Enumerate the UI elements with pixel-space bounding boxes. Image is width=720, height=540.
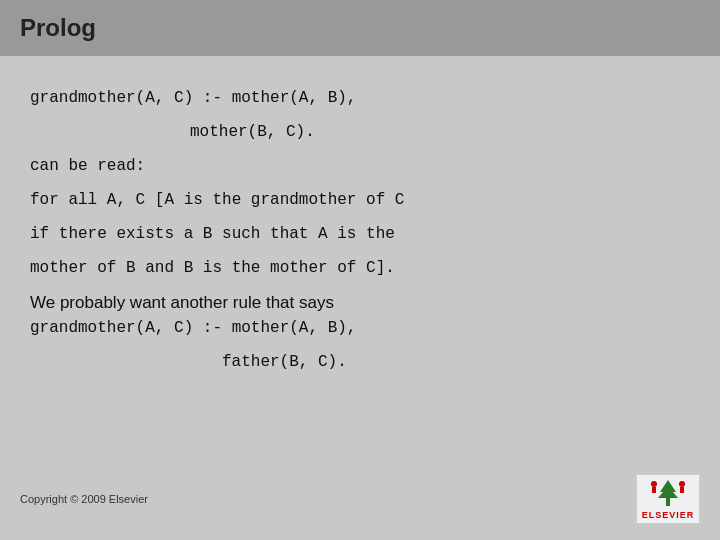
elsevier-logo: ELSEVIER: [636, 474, 700, 524]
header: Prolog: [0, 0, 720, 56]
code-line-4: father(B, C).: [30, 350, 690, 374]
main-content: grandmother(A, C) :- mother(A, B), mothe…: [0, 56, 720, 404]
text-mother-of: mother of B and B is the mother of C].: [30, 256, 690, 280]
text-can-be-read: can be read:: [30, 154, 690, 178]
text-for-all: for all A, C [A is the grandmother of C: [30, 188, 690, 212]
elsevier-wordmark: ELSEVIER: [642, 510, 695, 520]
svg-rect-6: [680, 487, 684, 493]
text-we-probably: We probably want another rule that says: [30, 290, 690, 316]
copyright-text: Copyright © 2009 Elsevier: [20, 493, 148, 505]
code-line-2: mother(B, C).: [30, 120, 690, 144]
svg-point-3: [651, 481, 657, 487]
page: Prolog grandmother(A, C) :- mother(A, B)…: [0, 0, 720, 540]
text-if-there: if there exists a B such that A is the: [30, 222, 690, 246]
elsevier-tree-icon: [648, 478, 688, 508]
svg-point-5: [679, 481, 685, 487]
code-line-3: grandmother(A, C) :- mother(A, B),: [30, 316, 690, 340]
code-line-1: grandmother(A, C) :- mother(A, B),: [30, 86, 690, 110]
svg-rect-0: [666, 498, 670, 506]
svg-rect-4: [652, 487, 656, 493]
page-title: Prolog: [20, 14, 96, 42]
footer: Copyright © 2009 Elsevier ELSEVIER: [20, 474, 700, 524]
